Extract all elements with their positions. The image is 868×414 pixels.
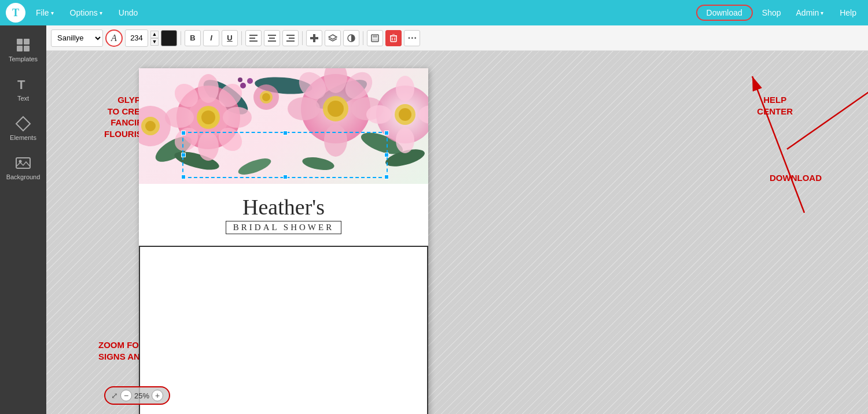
stepper-up[interactable]: ▲ bbox=[150, 31, 159, 38]
toolbar-and-canvas: Sanillye A ▲ ▼ B I U bbox=[46, 25, 868, 414]
align-left-icon bbox=[249, 35, 258, 42]
sidebar-item-text[interactable]: T Text bbox=[2, 71, 44, 108]
svg-point-43 bbox=[198, 132, 219, 161]
sidebar: Templates T Text Elements Background bbox=[0, 25, 46, 414]
svg-point-62 bbox=[396, 76, 414, 101]
chevron-down-icon: ▾ bbox=[100, 10, 102, 16]
add-element-button[interactable] bbox=[306, 30, 322, 46]
floral-svg bbox=[139, 68, 428, 184]
svg-point-34 bbox=[236, 155, 273, 178]
svg-rect-8 bbox=[249, 35, 258, 36]
separator bbox=[241, 31, 242, 45]
svg-rect-9 bbox=[249, 38, 255, 39]
card-text-area: Heather's Bridal Shower bbox=[139, 184, 428, 246]
card-body-blank[interactable] bbox=[139, 246, 428, 414]
svg-rect-11 bbox=[268, 35, 276, 36]
separator bbox=[363, 31, 363, 45]
svg-rect-14 bbox=[286, 35, 295, 36]
separator bbox=[302, 31, 303, 45]
svg-rect-16 bbox=[286, 40, 295, 42]
svg-rect-12 bbox=[269, 38, 275, 39]
svg-text:T: T bbox=[17, 77, 25, 92]
nav-file[interactable]: File ▾ bbox=[30, 6, 60, 20]
canvas-area[interactable]: GLYPHTO CREATEFANCIFULFLOURISHES HELPCEN… bbox=[46, 51, 868, 414]
svg-rect-24 bbox=[391, 36, 396, 42]
text-icon: T bbox=[15, 76, 31, 93]
align-center-icon bbox=[268, 35, 276, 42]
save-icon bbox=[371, 34, 379, 42]
svg-point-51 bbox=[201, 110, 215, 124]
save-button[interactable] bbox=[367, 30, 383, 46]
add-icon bbox=[310, 34, 318, 42]
glyph-button[interactable]: A bbox=[105, 29, 123, 47]
download-annotation: DOWNLOAD bbox=[770, 172, 822, 184]
svg-rect-23 bbox=[373, 39, 377, 41]
delete-button[interactable] bbox=[385, 30, 402, 46]
top-nav: T File ▾ Options ▾ Undo Download Shop Ad… bbox=[0, 0, 868, 25]
nav-admin[interactable]: Admin ▾ bbox=[790, 6, 830, 20]
chevron-down-icon: ▾ bbox=[821, 10, 823, 16]
font-size-stepper[interactable]: ▲ ▼ bbox=[150, 31, 159, 46]
main-layout: Templates T Text Elements Background bbox=[0, 25, 868, 414]
grid-icon bbox=[15, 37, 31, 53]
nav-shop[interactable]: Shop bbox=[757, 6, 786, 20]
svg-point-75 bbox=[247, 78, 253, 84]
help-annotation: HELPCENTER bbox=[757, 94, 793, 117]
image-icon bbox=[15, 155, 31, 171]
align-left-button[interactable] bbox=[245, 30, 262, 46]
color-picker[interactable] bbox=[161, 30, 177, 46]
align-center-button[interactable] bbox=[264, 30, 280, 46]
opacity-icon bbox=[347, 34, 355, 42]
nav-right-group: Download Shop Admin ▾ Help bbox=[696, 5, 862, 21]
zoom-level-display: 25% bbox=[134, 391, 149, 400]
nav-undo[interactable]: Undo bbox=[113, 6, 144, 20]
underline-button[interactable]: U bbox=[222, 30, 238, 46]
svg-marker-19 bbox=[329, 35, 337, 39]
sidebar-item-elements[interactable]: Elements bbox=[2, 110, 44, 147]
app-logo[interactable]: T bbox=[6, 3, 25, 23]
nav-help[interactable]: Help bbox=[834, 6, 862, 20]
svg-point-76 bbox=[238, 77, 242, 82]
download-button[interactable]: Download bbox=[696, 5, 753, 21]
svg-point-45 bbox=[223, 107, 252, 128]
svg-point-67 bbox=[399, 108, 411, 121]
svg-point-74 bbox=[240, 83, 246, 88]
align-right-button[interactable] bbox=[282, 30, 299, 46]
svg-rect-10 bbox=[249, 40, 258, 42]
svg-rect-3 bbox=[24, 46, 30, 51]
sidebar-item-background[interactable]: Background bbox=[2, 149, 44, 186]
chevron-down-icon: ▾ bbox=[51, 10, 54, 16]
svg-rect-18 bbox=[310, 37, 318, 39]
zoom-out-button[interactable]: − bbox=[120, 390, 132, 401]
align-right-icon bbox=[286, 35, 295, 42]
design-canvas-card: Heather's Bridal Shower bbox=[139, 68, 428, 414]
nav-options[interactable]: Options ▾ bbox=[64, 6, 108, 20]
opacity-button[interactable] bbox=[343, 30, 359, 46]
svg-rect-22 bbox=[373, 35, 377, 38]
zoom-in-button[interactable]: + bbox=[152, 390, 163, 401]
card-subheading[interactable]: Bridal Shower bbox=[226, 221, 341, 234]
zoom-expand-button[interactable]: ⤢ bbox=[111, 391, 118, 400]
font-size-input[interactable] bbox=[125, 29, 148, 47]
svg-rect-1 bbox=[24, 39, 30, 45]
svg-point-55 bbox=[288, 97, 320, 120]
svg-rect-15 bbox=[289, 38, 295, 39]
svg-point-73 bbox=[262, 93, 270, 101]
separator bbox=[181, 31, 181, 45]
svg-marker-5 bbox=[16, 117, 30, 131]
formatting-toolbar: Sanillye A ▲ ▼ B I U bbox=[46, 25, 868, 51]
layers-button[interactable] bbox=[325, 30, 341, 46]
italic-button[interactable]: I bbox=[203, 30, 219, 46]
svg-rect-2 bbox=[17, 46, 23, 51]
stepper-down[interactable]: ▼ bbox=[150, 38, 159, 46]
svg-point-63 bbox=[396, 128, 414, 153]
card-heading-script[interactable]: Heather's bbox=[156, 195, 411, 220]
font-selector[interactable]: Sanillye bbox=[51, 29, 103, 47]
svg-rect-6 bbox=[16, 158, 30, 168]
svg-point-64 bbox=[366, 105, 392, 124]
svg-point-35 bbox=[301, 155, 336, 172]
more-options-button[interactable]: ⋯ bbox=[404, 30, 420, 46]
svg-point-60 bbox=[328, 101, 344, 117]
bold-button[interactable]: B bbox=[185, 30, 201, 46]
sidebar-item-templates[interactable]: Templates bbox=[2, 31, 44, 68]
